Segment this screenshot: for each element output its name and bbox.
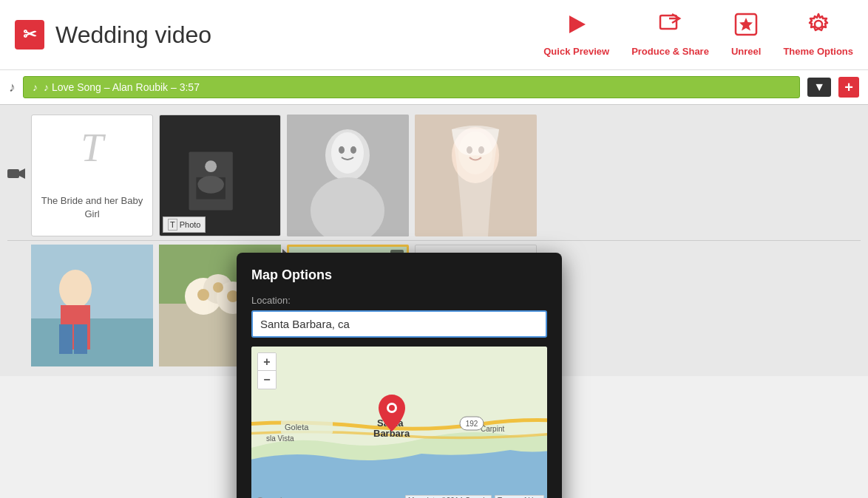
music-note-icon: ♪ [9, 80, 16, 95]
zoom-out-button[interactable]: − [258, 371, 276, 389]
svg-point-62 [389, 405, 395, 411]
svg-point-7 [815, 21, 822, 28]
map-options-modal: Map Options Location: [237, 253, 562, 498]
music-dropdown-button[interactable]: ▼ [807, 78, 831, 97]
header: ✂ Wedding video Quick Preview Pr [0, 0, 868, 70]
track-label: ♪ Love Song – Alan Roubik – 3:57 [44, 81, 200, 93]
map-preview: Goleta Santa Barbara sla Vista Carpint 1… [251, 347, 547, 498]
logo: ✂ [15, 20, 44, 50]
music-bar: ♪ ♪ ♪ Love Song – Alan Roubik – 3:57 ▼ + [0, 70, 868, 105]
modal-overlay: Map Options Location: [0, 105, 868, 498]
header-actions: Quick Preview Produce & Share [543, 13, 853, 57]
page-title: Wedding video [55, 21, 543, 49]
svg-text:sla Vista: sla Vista [266, 434, 294, 443]
modal-title: Map Options [251, 267, 547, 283]
map-terms: Map data ©2014 Google Terms of Use [405, 495, 544, 498]
theme-options-button[interactable]: Theme Options [783, 13, 853, 57]
map-zoom-controls: + − [257, 352, 277, 389]
share-icon [659, 13, 682, 41]
music-track[interactable]: ♪ ♪ Love Song – Alan Roubik – 3:57 [23, 76, 800, 98]
unreel-button[interactable]: Unreel [731, 13, 761, 57]
svg-marker-6 [739, 18, 753, 31]
zoom-in-button[interactable]: + [258, 353, 276, 371]
map-data-label: Map data ©2014 Google [405, 495, 492, 498]
play-icon [565, 13, 589, 41]
svg-text:Carpint: Carpint [481, 425, 504, 433]
svg-text:Goleta: Goleta [285, 423, 309, 432]
svg-text:✂: ✂ [23, 25, 37, 44]
app-container: ✂ Wedding video Quick Preview Pr [0, 0, 868, 498]
location-input[interactable] [251, 310, 547, 338]
produce-share-button[interactable]: Produce & Share [631, 13, 709, 57]
terms-label: Terms of Use [495, 495, 544, 498]
location-label: Location: [251, 295, 547, 306]
google-attribution: Google [256, 495, 287, 498]
star-icon [734, 13, 758, 41]
gear-icon [807, 13, 830, 41]
quick-preview-button[interactable]: Quick Preview [543, 13, 609, 57]
svg-marker-2 [569, 16, 586, 33]
add-music-button[interactable]: + [838, 77, 859, 98]
music-note-small-icon: ♪ [33, 81, 38, 93]
main-content: T The Bride and her Baby Girl T Photo [0, 105, 868, 498]
svg-text:192: 192 [466, 420, 478, 428]
